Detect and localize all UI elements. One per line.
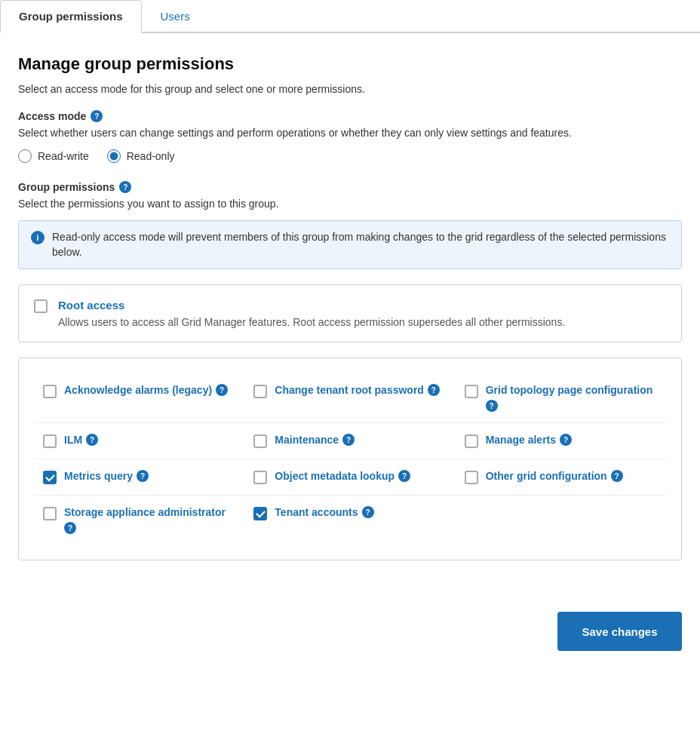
perm-name-grid-topology-page: Grid topology page configuration ?	[486, 384, 657, 412]
access-mode-radio-group: Read-write Read-only	[18, 149, 682, 163]
grid-topology-page-help-icon[interactable]: ?	[486, 400, 498, 412]
save-changes-button[interactable]: Save changes	[557, 612, 682, 651]
info-banner-text: Read-only access mode will prevent membe…	[52, 230, 669, 259]
perm-cell-other-grid-configuration: Other grid configuration ?	[456, 459, 666, 495]
radio-read-only[interactable]: Read-only	[107, 149, 175, 163]
perm-cell-empty	[456, 496, 666, 545]
perm-name-acknowledge-alarms: Acknowledge alarms (legacy) ?	[64, 384, 228, 396]
checkbox-maintenance[interactable]	[253, 434, 267, 448]
object-metadata-lookup-help-icon[interactable]: ?	[398, 470, 410, 482]
root-access-box: Root access Allows users to access all G…	[18, 284, 682, 342]
access-mode-description: Select whether users can change settings…	[18, 127, 682, 139]
checkbox-object-metadata-lookup[interactable]	[253, 471, 267, 484]
checkbox-storage-appliance-administrator[interactable]	[43, 507, 57, 520]
tenant-accounts-help-icon[interactable]: ?	[362, 506, 374, 518]
change-tenant-root-password-help-icon[interactable]: ?	[428, 384, 440, 396]
permissions-grid-box: Acknowledge alarms (legacy) ? Change ten…	[18, 358, 682, 560]
perm-name-object-metadata-lookup: Object metadata lookup ?	[275, 470, 410, 482]
perm-cell-storage-appliance-administrator: Storage appliance administrator ?	[34, 496, 244, 545]
perm-name-tenant-accounts: Tenant accounts ?	[275, 506, 373, 518]
checkbox-change-tenant-root-password[interactable]	[253, 385, 267, 398]
metrics-query-help-icon[interactable]: ?	[137, 470, 149, 482]
main-content: Manage group permissions Select an acces…	[0, 33, 700, 600]
checkbox-metrics-query[interactable]	[43, 471, 57, 484]
perm-name-change-tenant-root-password: Change tenant root password ?	[275, 384, 440, 396]
page-subtitle: Select an access mode for this group and…	[18, 83, 682, 95]
storage-appliance-administrator-help-icon[interactable]: ?	[64, 522, 76, 534]
group-permissions-description: Select the permissions you want to assig…	[18, 198, 682, 210]
manage-alerts-help-icon[interactable]: ?	[560, 434, 572, 446]
group-permissions-help-icon[interactable]: ?	[119, 181, 131, 193]
radio-read-write-input[interactable]	[18, 149, 32, 163]
tab-users[interactable]: Users	[142, 0, 209, 33]
perm-cell-acknowledge-alarms: Acknowledge alarms (legacy) ?	[34, 373, 244, 422]
radio-read-write[interactable]: Read-write	[18, 149, 89, 163]
footer-actions: Save changes	[0, 600, 700, 669]
maintenance-help-icon[interactable]: ?	[342, 434, 355, 446]
checkbox-grid-topology-page[interactable]	[465, 385, 478, 398]
root-access-content: Root access Allows users to access all G…	[58, 299, 565, 328]
checkbox-ilm[interactable]	[43, 434, 57, 448]
tab-group-permissions[interactable]: Group permissions	[0, 0, 142, 33]
perm-cell-manage-alerts: Manage alerts ?	[456, 423, 666, 459]
root-access-description: Allows users to access all Grid Manager …	[58, 316, 565, 328]
group-permissions-section-label: Group permissions ?	[18, 181, 682, 193]
checkbox-other-grid-configuration[interactable]	[465, 471, 478, 484]
perm-name-ilm: ILM ?	[64, 434, 98, 446]
perm-cell-tenant-accounts: Tenant accounts ?	[244, 496, 455, 545]
acknowledge-alarms-help-icon[interactable]: ?	[216, 384, 228, 396]
tabs-container: Group permissions Users	[0, 0, 700, 33]
ilm-help-icon[interactable]: ?	[86, 434, 98, 446]
info-banner-icon: i	[31, 231, 45, 244]
perm-cell-metrics-query: Metrics query ?	[34, 459, 244, 495]
permissions-grid: Acknowledge alarms (legacy) ? Change ten…	[34, 373, 666, 545]
perm-name-metrics-query: Metrics query ?	[64, 470, 149, 482]
checkbox-acknowledge-alarms[interactable]	[43, 385, 57, 398]
perm-cell-change-tenant-root-password: Change tenant root password ?	[244, 373, 455, 422]
other-grid-configuration-help-icon[interactable]: ?	[611, 470, 623, 482]
page-title: Manage group permissions	[18, 54, 682, 74]
info-banner: i Read-only access mode will prevent mem…	[18, 220, 682, 269]
perm-name-manage-alerts: Manage alerts ?	[486, 434, 572, 446]
access-mode-section-label: Access mode ?	[18, 110, 682, 122]
perm-name-maintenance: Maintenance ?	[275, 434, 355, 446]
root-access-title[interactable]: Root access	[58, 299, 565, 312]
radio-read-only-input[interactable]	[107, 149, 121, 163]
root-access-checkbox[interactable]	[34, 299, 48, 313]
access-mode-help-icon[interactable]: ?	[91, 110, 103, 122]
perm-cell-grid-topology-page: Grid topology page configuration ?	[456, 373, 666, 422]
perm-cell-object-metadata-lookup: Object metadata lookup ?	[244, 459, 455, 495]
perm-name-storage-appliance-administrator: Storage appliance administrator ?	[64, 506, 235, 534]
checkbox-manage-alerts[interactable]	[465, 434, 478, 448]
perm-cell-maintenance: Maintenance ?	[244, 423, 455, 459]
perm-cell-ilm: ILM ?	[34, 423, 244, 459]
checkbox-tenant-accounts[interactable]	[253, 507, 267, 520]
perm-name-other-grid-configuration: Other grid configuration ?	[486, 470, 623, 482]
